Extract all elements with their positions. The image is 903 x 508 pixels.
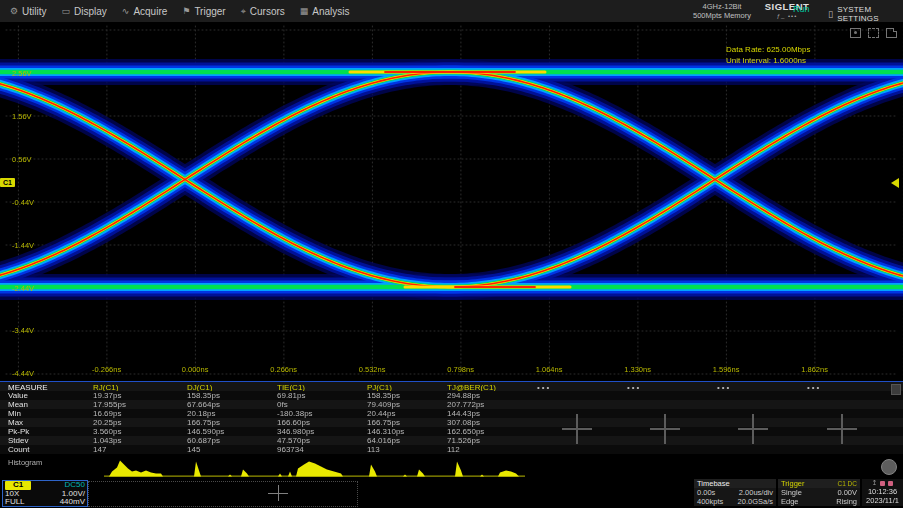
x-axis-label: 1.330ns xyxy=(624,365,651,374)
upload-icon: ↥ xyxy=(872,479,878,487)
menu-item-utility[interactable]: ⚙Utility xyxy=(10,6,47,17)
settings-panel-icon: ▯ xyxy=(828,9,833,19)
unit-interval-label: Unit Interval: 1.6000ns xyxy=(726,55,811,66)
trigger-slope: Rising xyxy=(836,497,857,506)
trigger-mode: Single xyxy=(781,488,802,497)
measure-row-label: Mean xyxy=(0,400,85,409)
menu-item-label: Acquire xyxy=(133,6,167,17)
histogram-region-outline xyxy=(88,481,358,507)
menu-item-label: Cursors xyxy=(250,6,285,17)
menu-item-display[interactable]: ▭Display xyxy=(62,6,107,17)
menu-item-cursors[interactable]: ⌖Cursors xyxy=(241,6,285,17)
measure-value: 144.43ps xyxy=(439,409,529,418)
timebase-points: 400kpts xyxy=(697,497,723,506)
measure-value: 346.980ps xyxy=(269,427,359,436)
measure-value: 67.664ps xyxy=(179,400,269,409)
bandwidth-limit-label: FULL xyxy=(5,498,25,507)
measure-value: 20.25ps xyxy=(85,418,179,427)
trigger-type: Edge xyxy=(781,497,799,506)
measure-empty-cell xyxy=(709,445,799,454)
camera-icon[interactable] xyxy=(850,28,861,38)
measure-value: 166.75ps xyxy=(359,418,439,427)
display-corner-tools xyxy=(850,28,897,38)
measure-empty-cell xyxy=(619,400,709,409)
measure-value: 0fs xyxy=(269,400,359,409)
bit-rate-info: Data Rate: 625.00Mbps Unit Interval: 1.6… xyxy=(726,44,811,66)
add-measurement-button[interactable] xyxy=(738,414,768,444)
measure-value: 166.60ps xyxy=(269,418,359,427)
add-measurement-button[interactable] xyxy=(827,414,857,444)
histogram-row: Histogram xyxy=(0,456,903,478)
system-settings-button[interactable]: ▯ SYSTEM SETTINGS xyxy=(828,5,903,23)
gear-icon: ⚙ xyxy=(10,6,18,16)
timebase-title: Timebase xyxy=(697,479,730,488)
data-rate-label: Data Rate: 625.00Mbps xyxy=(726,44,811,55)
measure-value: 147 xyxy=(85,445,179,454)
measure-value: 307.08ps xyxy=(439,418,529,427)
measure-value: 1.043ps xyxy=(85,436,179,445)
clock-time: 10:12:36 xyxy=(862,487,903,496)
x-axis-label: 1.862ns xyxy=(801,365,828,374)
measure-value: 963734 xyxy=(269,445,359,454)
run-status-badge[interactable]: Run xyxy=(793,4,810,14)
x-axis-label: 1.064ns xyxy=(536,365,563,374)
measure-value: 294.88ps xyxy=(439,391,529,400)
add-measurement-button[interactable] xyxy=(650,414,680,444)
measure-row-label: Stdev xyxy=(0,436,85,445)
x-axis-label: 0.000ns xyxy=(182,365,209,374)
oscilloscope-screen: ⚙Utility▭Display∿Acquire⚑Trigger⌖Cursors… xyxy=(0,0,903,508)
status-icons: ↥ xyxy=(862,479,903,487)
menu-bar: ⚙Utility▭Display∿Acquire⚑Trigger⌖Cursors… xyxy=(0,0,903,22)
offset-label: 440mV xyxy=(60,498,85,507)
menu-item-analysis[interactable]: ▦Analysis xyxy=(300,6,350,17)
waveform-display[interactable]: Data Rate: 625.00Mbps Unit Interval: 1.6… xyxy=(0,22,903,381)
trigger-source: C1 DC xyxy=(837,479,857,488)
measure-empty-cell xyxy=(799,400,903,409)
trigger-panel[interactable]: Trigger C1 DC Single 0.00V Edge Rising xyxy=(778,479,860,506)
analysis-icon: ▦ xyxy=(300,6,309,16)
touch-scroll-button[interactable] xyxy=(881,459,897,475)
measure-empty-cell xyxy=(619,445,709,454)
menu-item-label: Utility xyxy=(22,6,46,17)
acquire-wave-icon: ∿ xyxy=(122,6,130,16)
menu-item-acquire[interactable]: ∿Acquire xyxy=(122,6,167,17)
measure-value: 158.35ps xyxy=(179,391,269,400)
measure-value: 71.526ps xyxy=(439,436,529,445)
measure-value: 20.44ps xyxy=(359,409,439,418)
trigger-level-marker[interactable] xyxy=(891,178,899,188)
measure-value: -180.38ps xyxy=(269,409,359,418)
system-settings-label: SYSTEM SETTINGS xyxy=(837,5,903,23)
trigger-title: Trigger xyxy=(781,479,804,488)
measure-empty-cell xyxy=(799,445,903,454)
measure-empty-cell xyxy=(529,400,619,409)
add-measurement-button[interactable] xyxy=(562,414,592,444)
measure-value: 17.955ps xyxy=(85,400,179,409)
y-axis-label: -0.44V xyxy=(12,198,34,207)
measure-value: 64.016ps xyxy=(359,436,439,445)
measure-value: 158.35ps xyxy=(359,391,439,400)
channel1-descriptor[interactable]: C1 DC50 10X 1.00V/ FULL 440mV xyxy=(2,480,88,507)
measure-value: 20.18ps xyxy=(179,409,269,418)
x-axis-label: 0.266ns xyxy=(270,365,297,374)
y-axis-label: -1.44V xyxy=(12,241,34,250)
menu-item-trigger[interactable]: ⚑Trigger xyxy=(182,6,225,17)
eye-diagram-canvas[interactable] xyxy=(0,22,903,381)
y-axis-label: 1.56V xyxy=(12,112,32,121)
measure-empty-cell xyxy=(619,391,709,400)
fullscreen-icon[interactable] xyxy=(868,28,879,38)
measure-value: 146.310ps xyxy=(359,427,439,436)
network-icon xyxy=(888,481,893,486)
bandwidth-label: 4GHz-12Bit xyxy=(683,2,761,11)
channel-marker[interactable]: C1 xyxy=(0,178,15,187)
memory-label: 500Mpts Memory xyxy=(683,11,761,20)
measure-row-label: Count xyxy=(0,445,85,454)
timebase-panel[interactable]: Timebase 0.00s 2.00us/div 400kpts 20.0GS… xyxy=(694,479,776,506)
measure-scroll-handle[interactable] xyxy=(891,384,901,395)
memory-depth-indicator: 4GHz-12Bit 500Mpts Memory xyxy=(683,2,761,20)
crosshair-icon xyxy=(268,485,288,501)
x-axis-label: 0.532ns xyxy=(359,365,386,374)
measure-row-label: Pk-Pk xyxy=(0,427,85,436)
screenshot-save-icon[interactable] xyxy=(886,28,897,38)
trigger-flag-icon: ⚑ xyxy=(182,6,190,16)
measure-value: 166.75ps xyxy=(179,418,269,427)
